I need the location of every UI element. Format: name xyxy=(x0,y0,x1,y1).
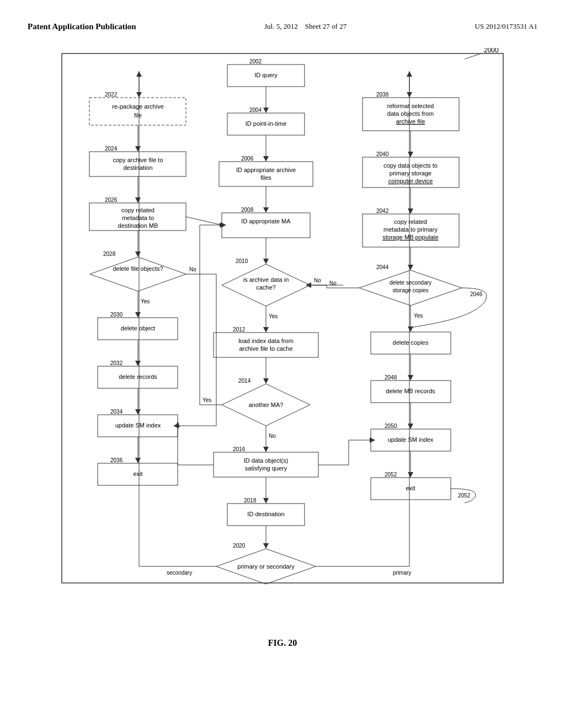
svg-text:2038: 2038 xyxy=(376,92,389,98)
svg-text:No: No xyxy=(314,277,321,283)
svg-text:Yes: Yes xyxy=(141,298,150,304)
svg-marker-106 xyxy=(135,361,141,366)
svg-text:primary or secondary: primary or secondary xyxy=(237,563,295,570)
svg-text:2040: 2040 xyxy=(376,151,389,157)
page: Patent Application Publication Jul. 5, 2… xyxy=(0,0,565,728)
svg-text:2044: 2044 xyxy=(376,264,389,270)
svg-text:2032: 2032 xyxy=(110,360,123,366)
svg-text:storage copies: storage copies xyxy=(392,287,428,293)
svg-text:2002: 2002 xyxy=(249,58,262,65)
svg-marker-72 xyxy=(136,92,142,98)
svg-text:metadata to primary: metadata to primary xyxy=(383,226,438,233)
svg-text:reformat selected: reformat selected xyxy=(387,103,434,109)
svg-text:2016: 2016 xyxy=(233,446,246,452)
svg-text:computer device: computer device xyxy=(388,178,433,184)
svg-text:2010: 2010 xyxy=(236,258,248,264)
svg-marker-6 xyxy=(263,108,269,113)
svg-text:2024: 2024 xyxy=(105,146,118,152)
pub-date: Jul. 5, 2012 xyxy=(264,22,298,30)
figure-caption: FIG. 20 xyxy=(28,638,537,648)
svg-text:update SM index: update SM index xyxy=(115,422,161,429)
svg-text:2034: 2034 xyxy=(110,409,123,415)
header-center: Jul. 5, 2012 Sheet 27 of 27 xyxy=(264,22,347,31)
svg-text:2012: 2012 xyxy=(233,326,246,333)
svg-text:exit: exit xyxy=(406,485,415,491)
svg-text:delete object: delete object xyxy=(121,325,155,331)
svg-text:storage MB populate: storage MB populate xyxy=(382,234,439,240)
svg-text:No: No xyxy=(189,266,196,272)
svg-text:2022: 2022 xyxy=(105,92,118,98)
patent-number: US 2012/0173531 A1 xyxy=(475,22,537,31)
svg-rect-18 xyxy=(222,213,310,238)
svg-text:data objects from: data objects from xyxy=(387,110,434,117)
svg-marker-170 xyxy=(408,424,413,429)
svg-marker-122 xyxy=(135,458,141,463)
svg-text:copy archive file to: copy archive file to xyxy=(113,157,163,163)
svg-text:re-package archive: re-package archive xyxy=(112,103,164,110)
svg-marker-22 xyxy=(263,259,269,264)
svg-text:2006: 2006 xyxy=(241,156,254,162)
svg-line-90 xyxy=(186,217,222,225)
svg-text:load index data from: load index data from xyxy=(238,338,294,344)
svg-text:2052: 2052 xyxy=(385,472,397,478)
svg-marker-84 xyxy=(135,197,141,203)
svg-text:destination MB: destination MB xyxy=(118,222,158,229)
svg-text:2020: 2020 xyxy=(233,543,246,549)
svg-marker-148 xyxy=(408,265,413,270)
svg-text:exit: exit xyxy=(133,470,142,477)
svg-text:copy data objects to: copy data objects to xyxy=(383,162,438,169)
svg-text:2018: 2018 xyxy=(244,497,257,504)
svg-text:No: No xyxy=(329,280,337,286)
svg-text:Yes: Yes xyxy=(202,397,211,403)
svg-text:another MA?: another MA? xyxy=(249,402,284,408)
svg-text:2008: 2008 xyxy=(241,207,254,213)
svg-text:Yes: Yes xyxy=(414,313,423,319)
svg-text:is archive data in: is archive data in xyxy=(243,276,289,283)
svg-text:2048: 2048 xyxy=(385,374,397,381)
svg-text:2046: 2046 xyxy=(470,291,483,297)
sheet-info: Sheet 27 of 27 xyxy=(305,22,347,30)
svg-text:2052: 2052 xyxy=(458,493,471,499)
svg-marker-11 xyxy=(263,156,269,162)
svg-text:No: No xyxy=(269,433,276,439)
svg-marker-120 xyxy=(175,421,180,427)
svg-marker-179 xyxy=(408,472,413,478)
figure-container: 2000 ID query 2002 ID point-in-time 2004… xyxy=(45,48,520,627)
svg-text:delete copies: delete copies xyxy=(393,339,429,346)
svg-marker-17 xyxy=(263,207,269,213)
svg-text:copy related: copy related xyxy=(394,218,427,225)
svg-marker-111 xyxy=(135,409,141,415)
svg-text:2030: 2030 xyxy=(110,312,123,318)
svg-marker-141 xyxy=(408,208,413,214)
label-2000: 2000 xyxy=(484,48,499,54)
svg-marker-100 xyxy=(135,312,141,318)
svg-text:Yes: Yes xyxy=(269,313,278,319)
svg-text:primary: primary xyxy=(393,570,411,576)
svg-text:2050: 2050 xyxy=(385,423,397,429)
svg-text:secondary: secondary xyxy=(167,570,192,576)
svg-marker-134 xyxy=(408,152,413,157)
svg-marker-54 xyxy=(263,498,269,504)
svg-marker-127 xyxy=(407,92,412,98)
svg-marker-47 xyxy=(263,447,269,452)
svg-text:delete MB records: delete MB records xyxy=(386,388,435,394)
svg-text:2026: 2026 xyxy=(105,197,118,203)
svg-marker-94 xyxy=(90,257,186,291)
svg-text:metadata to: metadata to xyxy=(122,215,154,221)
svg-text:destination: destination xyxy=(123,164,152,171)
publication-title: Patent Application Publication xyxy=(28,22,136,31)
svg-marker-37 xyxy=(263,378,269,384)
svg-text:file: file xyxy=(134,112,142,119)
svg-marker-78 xyxy=(135,146,141,152)
svg-rect-73 xyxy=(89,98,186,125)
svg-text:copy related: copy related xyxy=(121,207,154,213)
svg-text:archive file to cache: archive file to cache xyxy=(239,345,292,352)
svg-text:update SM index: update SM index xyxy=(388,436,434,443)
svg-text:ID appropriate MA: ID appropriate MA xyxy=(241,218,291,224)
svg-text:files: files xyxy=(260,174,271,181)
svg-text:delete file objects?: delete file objects? xyxy=(113,265,163,272)
svg-text:2014: 2014 xyxy=(238,378,251,384)
page-header: Patent Application Publication Jul. 5, 2… xyxy=(28,22,537,31)
svg-text:ID query: ID query xyxy=(254,72,278,78)
svg-marker-59 xyxy=(263,543,269,549)
